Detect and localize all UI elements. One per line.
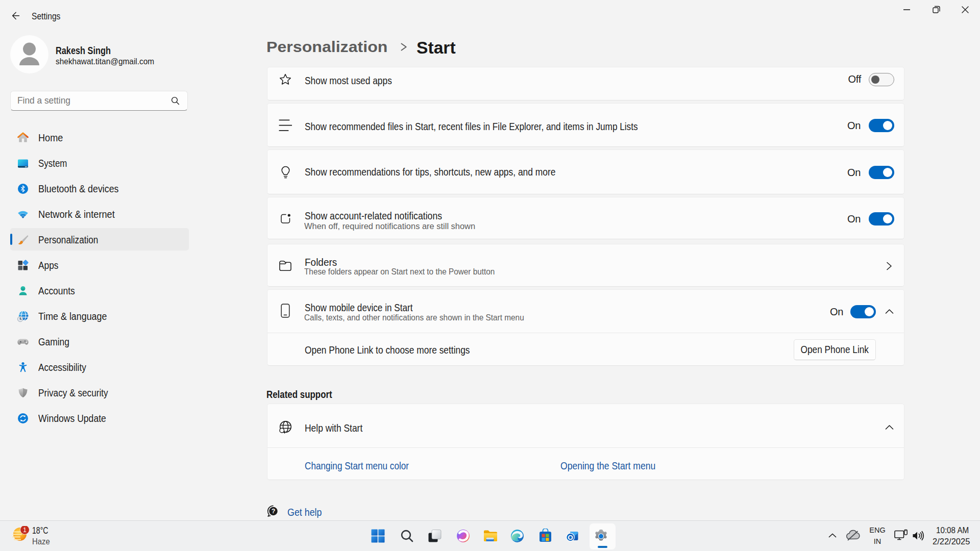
svg-text:O: O <box>568 534 573 541</box>
svg-text:?: ? <box>272 508 276 515</box>
svg-text:1: 1 <box>23 527 27 534</box>
